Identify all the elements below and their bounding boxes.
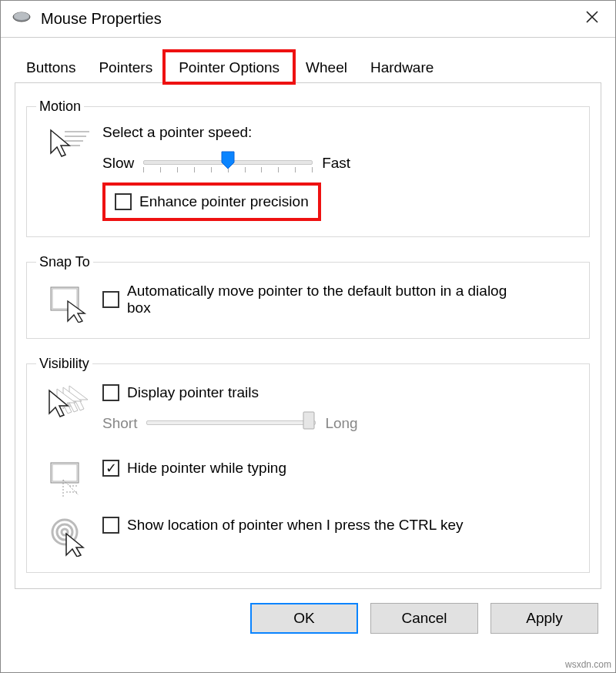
pointer-speed-label: Select a pointer speed: — [102, 124, 580, 141]
enhance-precision-checkbox[interactable] — [115, 193, 132, 210]
trails-short-label: Short — [102, 415, 137, 432]
hide-typing-checkbox[interactable] — [102, 460, 119, 477]
trails-checkbox[interactable] — [102, 384, 119, 401]
group-snap-to: Snap To Automatically move pointer to th… — [26, 254, 590, 339]
ctrl-locate-label: Show location of pointer when I press th… — [127, 517, 464, 534]
tab-strip: Buttons Pointers Pointer Options Wheel H… — [15, 47, 601, 82]
snap-to-icon — [36, 280, 102, 323]
watermark: wsxdn.com — [565, 659, 611, 670]
speed-fast-label: Fast — [322, 155, 350, 172]
trails-slider — [146, 412, 316, 435]
enhance-precision-row[interactable]: Enhance pointer precision — [102, 182, 321, 221]
group-visibility: Visibility Display poin — [26, 356, 590, 573]
tab-hardware[interactable]: Hardware — [359, 51, 445, 83]
svg-rect-9 — [303, 412, 314, 429]
window-title: Mouse Properties — [41, 10, 577, 28]
cancel-button[interactable]: Cancel — [370, 603, 478, 634]
ctrl-locate-checkbox[interactable] — [102, 517, 119, 534]
tab-buttons[interactable]: Buttons — [15, 51, 87, 83]
ok-button[interactable]: OK — [250, 603, 358, 634]
hide-typing-row[interactable]: Hide pointer while typing — [102, 457, 580, 480]
snap-to-row[interactable]: Automatically move pointer to the defaul… — [102, 280, 580, 320]
dialog-footer: OK Cancel Apply — [1, 589, 615, 649]
tab-pointers[interactable]: Pointers — [87, 51, 164, 83]
tab-pointer-options[interactable]: Pointer Options — [164, 51, 294, 83]
motion-cursor-icon — [36, 124, 102, 161]
trails-icon — [36, 381, 102, 421]
svg-point-1 — [14, 12, 29, 20]
trails-row[interactable]: Display pointer trails — [102, 381, 580, 404]
group-motion-legend: Motion — [36, 99, 84, 115]
svg-rect-11 — [52, 464, 77, 481]
trails-long-label: Long — [325, 415, 357, 432]
title-bar: Mouse Properties — [1, 1, 615, 38]
snap-to-checkbox[interactable] — [102, 291, 119, 308]
hide-typing-icon — [36, 457, 102, 500]
hide-typing-label: Hide pointer while typing — [127, 460, 286, 477]
tab-wheel[interactable]: Wheel — [294, 51, 359, 83]
group-snap-to-legend: Snap To — [36, 254, 93, 270]
mouse-icon — [12, 10, 32, 28]
trails-label: Display pointer trails — [127, 384, 259, 401]
group-visibility-legend: Visibility — [36, 356, 92, 372]
close-button[interactable] — [577, 9, 608, 28]
enhance-precision-label: Enhance pointer precision — [139, 193, 309, 210]
speed-slow-label: Slow — [102, 155, 134, 172]
tab-body: Motion Select a pointer speed: — [15, 82, 601, 589]
snap-to-label: Automatically move pointer to the defaul… — [127, 283, 527, 316]
group-motion: Motion Select a pointer speed: — [26, 99, 590, 237]
ctrl-locate-row[interactable]: Show location of pointer when I press th… — [102, 514, 580, 537]
apply-button[interactable]: Apply — [490, 603, 598, 634]
pointer-speed-slider[interactable] — [143, 152, 313, 175]
svg-marker-6 — [222, 152, 234, 169]
ctrl-locate-icon — [36, 514, 102, 557]
